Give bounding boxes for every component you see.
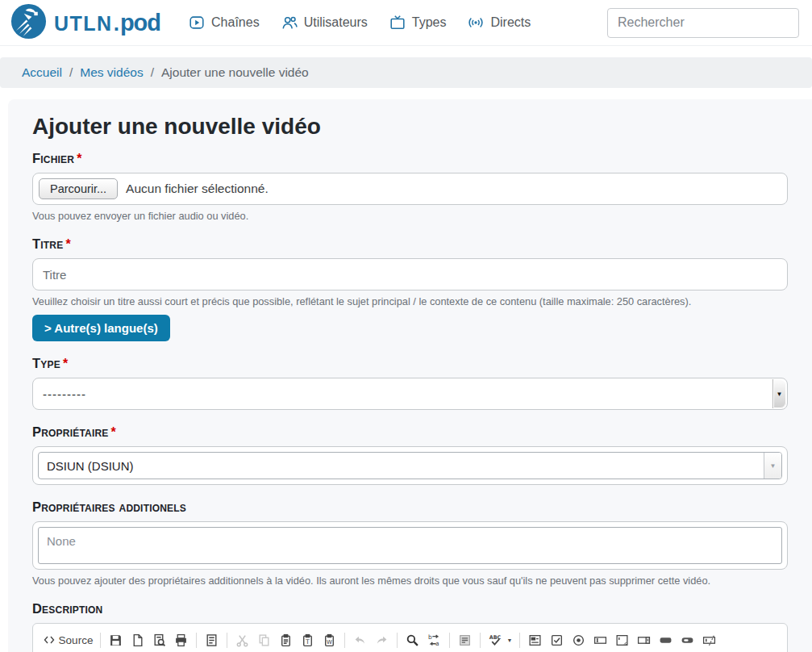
button-icon[interactable]: [655, 629, 677, 650]
svg-text:T: T: [305, 637, 310, 645]
paste-word-icon[interactable]: W: [319, 629, 340, 650]
breadcrumb-current: Ajouter une nouvelle vidéo: [161, 65, 309, 80]
fichier-label: Fichier: [32, 151, 74, 165]
proprietaire-value: DSIUN (DSIUN): [47, 459, 134, 473]
add-video-form-card: Ajouter une nouvelle vidéo Fichier* Parc…: [8, 99, 812, 652]
search-input[interactable]: [607, 8, 799, 38]
editor-toolbar: Source: [33, 624, 787, 652]
save-icon[interactable]: [105, 629, 127, 650]
source-icon: [43, 633, 56, 646]
undo-icon: [349, 629, 371, 650]
spellcheck-icon[interactable]: ABC ▼: [485, 629, 515, 650]
type-field: Type* --------- ▼: [32, 356, 788, 410]
image-button-icon[interactable]: [677, 629, 698, 650]
fichier-help: Vous pouvez envoyer un fichier audio ou …: [32, 210, 788, 222]
search-container: [607, 8, 799, 38]
proprietaire-select-wrapper: DSIUN (DSIUN) ▼: [32, 446, 788, 485]
additionels-help: Vous pouvez ajouter des propriétaires ad…: [32, 575, 788, 587]
additionels-input[interactable]: None: [38, 527, 782, 564]
tv-icon: [389, 14, 406, 31]
chevron-down-icon[interactable]: ▼: [772, 379, 786, 408]
nav-label: Utilisateurs: [304, 15, 368, 30]
toolbar-separator: [344, 633, 345, 648]
toolbar-separator: [519, 633, 520, 648]
redo-icon: [371, 629, 393, 650]
toolbar-separator: [480, 633, 481, 648]
breadcrumb-accueil[interactable]: Accueil: [22, 65, 62, 80]
additionels-label: Propriétaires additionels: [32, 499, 186, 514]
chevron-down-icon[interactable]: ▼: [764, 453, 781, 479]
proprietaire-select[interactable]: DSIUN (DSIUN) ▼: [38, 452, 782, 479]
svg-text:a: a: [435, 640, 439, 647]
text-field-icon[interactable]: [589, 629, 611, 650]
rich-text-editor: Source: [32, 623, 788, 652]
nav-item-chaines[interactable]: Chaînes: [188, 14, 260, 31]
no-file-text: Aucun fichier sélectionné.: [126, 182, 269, 196]
page-title: Ajouter une nouvelle vidéo: [32, 114, 788, 140]
preview-icon[interactable]: [148, 629, 170, 650]
toolbar-separator: [449, 633, 450, 648]
nav-label: Chaînes: [211, 15, 260, 30]
breadcrumb-separator: /: [151, 65, 154, 80]
toolbar-separator: [227, 633, 227, 648]
nav-item-types[interactable]: Types: [389, 14, 447, 31]
paste-icon[interactable]: [275, 629, 297, 650]
find-icon[interactable]: [402, 629, 423, 650]
select-field-icon[interactable]: [633, 629, 655, 650]
textarea-icon[interactable]: [611, 629, 633, 650]
chevron-down-icon: ▼: [507, 637, 513, 643]
top-navbar: UTLN . pod Chaînes: [0, 0, 812, 46]
utln-logo-icon: [10, 2, 48, 44]
titre-input[interactable]: [32, 258, 788, 290]
source-button[interactable]: Source: [40, 629, 96, 650]
replace-icon[interactable]: b a: [423, 629, 445, 650]
type-select-value: ---------: [43, 387, 86, 401]
form-icon[interactable]: [524, 629, 546, 650]
hidden-field-icon[interactable]: [698, 629, 720, 650]
brand-logo[interactable]: UTLN . pod: [10, 2, 160, 44]
radio-icon[interactable]: [568, 629, 589, 650]
nav-item-utilisateurs[interactable]: Utilisateurs: [281, 14, 368, 31]
fichier-field: Fichier* Parcourir... Aucun fichier séle…: [32, 151, 788, 222]
breadcrumb-separator: /: [69, 65, 73, 80]
required-marker: *: [77, 152, 81, 165]
cut-icon: [231, 629, 253, 650]
toolbar-separator: [100, 633, 101, 648]
brand-utln: UTLN: [54, 12, 113, 36]
paste-text-icon[interactable]: T: [297, 629, 319, 650]
channels-play-icon: [188, 14, 206, 31]
required-marker: *: [63, 357, 68, 370]
nav-item-directs[interactable]: Directs: [467, 14, 531, 31]
autres-langues-button[interactable]: > Autre(s) langue(s): [32, 315, 170, 341]
print-icon[interactable]: [170, 629, 192, 650]
titre-label: Titre: [32, 236, 63, 251]
breadcrumb: Accueil / Mes vidéos / Ajouter une nouve…: [0, 57, 812, 88]
breadcrumb-mes-videos[interactable]: Mes vidéos: [80, 65, 143, 80]
templates-icon[interactable]: [201, 629, 223, 650]
brand-text: UTLN . pod: [54, 10, 160, 36]
nav-label: Types: [412, 15, 447, 30]
copy-icon: [253, 629, 275, 650]
users-icon: [281, 14, 298, 31]
titre-field: Titre* Veuillez choisir un titre aussi c…: [32, 236, 788, 341]
additionels-wrapper: None: [32, 521, 788, 570]
main-nav: Chaînes Utilisateurs Types: [188, 14, 531, 31]
additionels-field: Propriétaires additionels None Vous pouv…: [32, 499, 788, 587]
additionels-placeholder: None: [47, 534, 76, 548]
proprietaire-field: Propriétaire* DSIUN (DSIUN) ▼: [32, 424, 788, 485]
source-button-label: Source: [59, 634, 94, 646]
toolbar-separator: [397, 633, 398, 648]
description-field: Description Source: [32, 601, 788, 652]
type-label: Type: [32, 356, 60, 370]
brand-dot: .: [114, 11, 119, 36]
browse-button[interactable]: Parcourir...: [39, 178, 118, 199]
checkbox-icon[interactable]: [546, 629, 568, 650]
file-input[interactable]: Parcourir... Aucun fichier sélectionné.: [32, 173, 788, 205]
new-page-icon[interactable]: [127, 629, 148, 650]
titre-help: Veuillez choisir un titre aussi court et…: [32, 295, 788, 307]
broadcast-icon: [467, 14, 485, 31]
type-select[interactable]: --------- ▼: [32, 378, 788, 410]
select-all-icon[interactable]: [454, 629, 476, 650]
required-marker: *: [65, 237, 70, 251]
required-marker: *: [111, 425, 116, 439]
